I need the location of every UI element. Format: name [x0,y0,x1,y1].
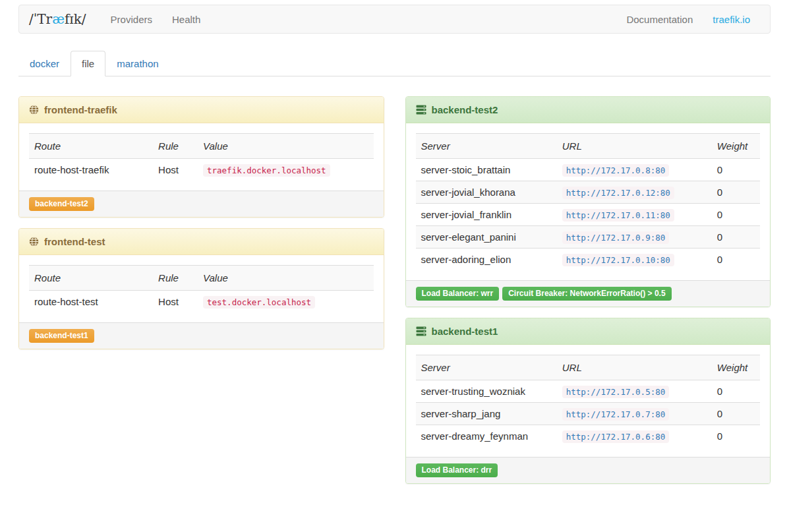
server-name: server-sharp_jang [416,403,557,425]
table-header-row: Server URL Weight [416,134,761,159]
table-row: server-elegant_panini http://172.17.0.9:… [416,226,761,249]
routes-table: Route Rule Value route-host-traefik Host… [29,133,374,181]
column-header-weight: Weight [712,134,760,159]
backend-test2-heading: backend-test2 [406,97,771,123]
server-name: server-elegant_panini [416,226,557,249]
globe-icon [29,105,39,115]
server-name: server-jovial_franklin [416,204,557,226]
tab-file[interactable]: file [71,51,105,76]
server-url-link[interactable]: http://172.17.0.12:80 [562,187,674,199]
server-icon [416,105,426,115]
route-rule: Host [153,159,198,181]
nav-item-health[interactable]: Health [162,14,210,25]
circuit-breaker-badge: Circuit Breaker: NetworkErrorRatio() > 0… [502,287,671,301]
server-url-link[interactable]: http://172.17.0.10:80 [562,254,674,266]
frontend-test-panel: frontend-test Route Rule Value [18,228,384,349]
table-header-row: Route Rule Value [29,266,374,291]
provider-tabs: docker file marathon [18,51,771,76]
column-header-server: Server [416,355,557,380]
route-value: traefik.docker.localhost [203,164,330,177]
server-weight: 0 [712,425,760,448]
backend-test2-footer: Load Balancer: wrr Circuit Breaker: Netw… [406,280,771,307]
server-weight: 0 [712,226,760,249]
server-name: server-jovial_khorana [416,181,557,204]
column-header-value: Value [198,266,373,291]
nav-item-providers[interactable]: Providers [101,14,162,25]
server-name: server-stoic_brattain [416,159,557,181]
table-row: route-host-traefik Host traefik.docker.l… [29,159,374,181]
route-name: route-host-traefik [29,159,153,181]
server-weight: 0 [712,204,760,226]
panel-title: backend-test1 [432,325,498,338]
nav-item-documentation[interactable]: Documentation [616,14,703,25]
server-name: server-adoring_elion [416,249,557,271]
servers-table: Server URL Weight server-stoic_brattain … [416,133,761,270]
navbar-right: Documentation traefik.io [616,14,760,25]
routes-table: Route Rule Value route-host-test Host te… [29,265,374,312]
brand-logo-post: fɪk/ [65,11,86,27]
column-header-rule: Rule [153,266,198,291]
server-icon [416,326,426,336]
frontend-test-heading: frontend-test [19,229,384,255]
frontends-column: frontend-traefik Route Rule Value [18,96,384,349]
backend-test1-body: Server URL Weight server-trusting_woznia… [406,345,771,457]
route-name: route-host-test [29,291,153,313]
frontend-traefik-body: Route Rule Value route-host-traefik Host… [19,123,384,191]
frontend-traefik-heading: frontend-traefik [19,97,384,123]
load-balancer-badge: Load Balancer: wrr [416,287,500,301]
server-url-link[interactable]: http://172.17.0.11:80 [562,209,674,222]
frontend-traefik-footer: backend-test2 [19,191,384,217]
tab-marathon[interactable]: marathon [105,51,169,76]
server-url-link[interactable]: http://172.17.0.7:80 [562,408,670,421]
brand-logo[interactable]: /ˈTræfɪk/ [29,11,86,27]
frontend-test-footer: backend-test1 [19,322,384,349]
backend-test1-footer: Load Balancer: drr [406,457,771,483]
table-row: server-jovial_franklin http://172.17.0.1… [416,204,761,226]
table-header-row: Server URL Weight [416,355,761,380]
route-value: test.docker.localhost [203,296,315,309]
column-header-server: Server [416,134,557,159]
column-header-route: Route [29,266,153,291]
backend-test1-heading: backend-test1 [406,318,771,345]
table-row: route-host-test Host test.docker.localho… [29,291,374,313]
server-weight: 0 [712,249,760,271]
navbar: /ˈTræfɪk/ Providers Health Documentation… [18,5,771,34]
server-name: server-trusting_wozniak [416,380,557,403]
route-rule: Host [153,291,198,313]
panel-title: backend-test2 [432,103,498,116]
server-weight: 0 [712,159,760,181]
backend-test1-panel: backend-test1 Server URL Weight [405,318,771,484]
table-header-row: Route Rule Value [29,134,374,159]
panel-title: frontend-traefik [44,103,117,116]
table-row: server-stoic_brattain http://172.17.0.8:… [416,159,761,181]
table-row: server-trusting_wozniak http://172.17.0.… [416,380,761,403]
table-row: server-sharp_jang http://172.17.0.7:80 0 [416,403,761,425]
backend-ref-badge: backend-test2 [29,197,94,211]
table-row: server-dreamy_feynman http://172.17.0.6:… [416,425,761,448]
navbar-left: /ˈTræfɪk/ Providers Health [29,11,210,27]
backend-test2-panel: backend-test2 Server URL Weight [405,96,771,307]
server-url-link[interactable]: http://172.17.0.5:80 [562,386,670,398]
column-header-weight: Weight [712,355,760,380]
traefik-dashboard: /ˈTræfɪk/ Providers Health Documentation… [0,0,789,504]
column-header-url: URL [557,134,712,159]
globe-icon [29,237,39,247]
frontend-traefik-panel: frontend-traefik Route Rule Value [18,96,384,218]
backend-test2-body: Server URL Weight server-stoic_brattain … [406,123,771,280]
column-header-route: Route [29,134,153,159]
server-weight: 0 [712,380,760,403]
server-url-link[interactable]: http://172.17.0.6:80 [562,430,670,443]
server-name: server-dreamy_feynman [416,425,557,448]
nav-item-traefik-io[interactable]: traefik.io [703,14,760,25]
table-row: server-adoring_elion http://172.17.0.10:… [416,249,761,271]
server-url-link[interactable]: http://172.17.0.8:80 [562,164,670,177]
tab-docker[interactable]: docker [18,51,71,76]
backend-ref-badge: backend-test1 [29,329,94,343]
brand-logo-ae: æ [52,11,65,27]
frontend-test-body: Route Rule Value route-host-test Host te… [19,255,384,322]
column-header-value: Value [198,134,373,159]
column-header-rule: Rule [153,134,198,159]
server-weight: 0 [712,181,760,204]
server-url-link[interactable]: http://172.17.0.9:80 [562,231,670,244]
table-row: server-jovial_khorana http://172.17.0.12… [416,181,761,204]
